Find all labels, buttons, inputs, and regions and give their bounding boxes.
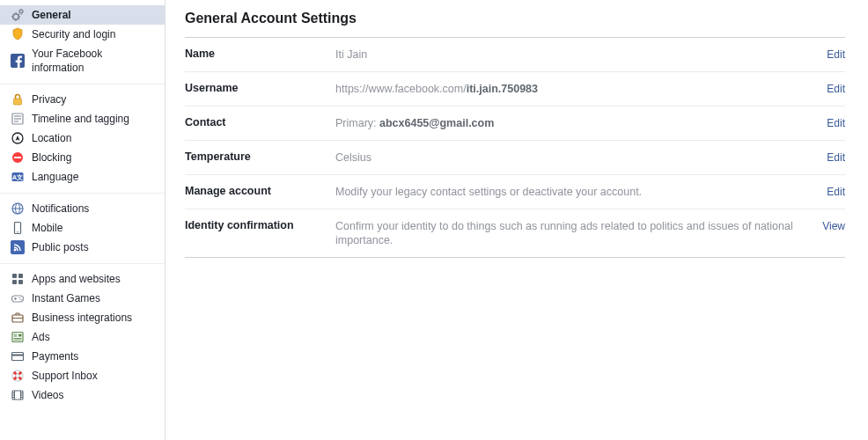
svg-rect-3 [14, 99, 22, 105]
row-value: Iti Jain [335, 48, 827, 62]
contact-email: abcx6455@gmail.com [379, 117, 494, 129]
svg-rect-23 [18, 280, 23, 284]
nav-label: Location [32, 131, 156, 145]
edit-link-temperature[interactable]: Edit [827, 150, 845, 164]
nav-label: Instant Games [32, 291, 156, 305]
nav-item-payments[interactable]: Payments [0, 347, 165, 366]
lifering-icon [11, 369, 25, 383]
svg-rect-24 [12, 296, 24, 302]
svg-point-38 [16, 374, 20, 378]
nav-label: Language [32, 170, 156, 184]
svg-text:A文: A文 [12, 173, 23, 181]
edit-link-username[interactable]: Edit [827, 82, 845, 95]
nav-item-support[interactable]: Support Inbox [0, 366, 165, 385]
page-title: General Account Settings [185, 11, 845, 26]
nav-item-mobile[interactable]: Mobile [0, 218, 165, 238]
nav-label: Your Facebook information [32, 47, 156, 75]
row-identity: Identity confirmation Confirm your ident… [185, 209, 845, 258]
blocking-icon [11, 150, 25, 165]
film-icon [11, 388, 25, 402]
svg-rect-21 [18, 274, 23, 278]
nav-item-business[interactable]: Business integrations [0, 308, 165, 327]
svg-point-25 [19, 297, 21, 299]
row-username: Username https://www.facebook.com/iti.ja… [185, 72, 845, 106]
nav-item-ads[interactable]: Ads [0, 327, 165, 347]
nav-item-blocking[interactable]: Blocking [0, 148, 165, 167]
nav-item-notifications[interactable]: Notifications [0, 199, 165, 218]
nav-label: Privacy [32, 92, 156, 106]
nav-label: Business integrations [32, 311, 156, 325]
settings-table: Name Iti Jain Edit Username https://www.… [185, 37, 845, 258]
nav-item-general[interactable]: General [0, 5, 165, 25]
shield-icon [11, 27, 25, 41]
mobile-icon [11, 221, 25, 235]
nav-item-security[interactable]: Security and login [0, 25, 165, 44]
nav-item-your-info[interactable]: Your Facebook information [0, 44, 165, 77]
briefcase-icon [11, 311, 25, 325]
svg-point-19 [14, 249, 17, 252]
row-label: Manage account [185, 185, 335, 197]
rss-icon [11, 240, 25, 254]
nav-label: Support Inbox [32, 369, 156, 383]
nav-item-language[interactable]: A文 Language [0, 167, 165, 187]
gears-icon [11, 8, 25, 22]
ads-icon [11, 330, 25, 344]
nav-group-2: Privacy Timeline and tagging Location Bl… [0, 84, 165, 190]
nav-label: Notifications [32, 202, 156, 216]
language-icon: A文 [11, 170, 25, 184]
nav-item-apps[interactable]: Apps and websites [0, 269, 165, 289]
view-link-identity[interactable]: View [822, 219, 845, 232]
nav-group-3: Notifications Mobile Public posts [0, 193, 165, 260]
svg-rect-18 [11, 240, 25, 254]
svg-rect-36 [12, 355, 24, 356]
nav-item-timeline[interactable]: Timeline and tagging [0, 109, 165, 128]
svg-rect-29 [12, 333, 23, 342]
nav-item-instant-games[interactable]: Instant Games [0, 289, 165, 308]
row-label: Contact [185, 116, 335, 128]
nav-group-4: Apps and websites Instant Games Business… [0, 263, 165, 408]
location-icon [11, 131, 25, 145]
username-prefix: https://www.facebook.com/ [335, 83, 467, 95]
edit-link-contact[interactable]: Edit [827, 116, 845, 129]
row-value: Confirm your identity to do things such … [335, 219, 822, 247]
nav-item-location[interactable]: Location [0, 128, 165, 148]
nav-label: Public posts [32, 240, 156, 254]
lock-icon [11, 92, 25, 106]
svg-rect-20 [12, 274, 17, 278]
nav-item-public-posts[interactable]: Public posts [0, 238, 165, 257]
svg-rect-22 [12, 280, 17, 284]
nav-label: Videos [32, 388, 156, 402]
apps-icon [11, 272, 25, 286]
nav-label: Blocking [32, 150, 156, 165]
facebook-f-icon [11, 54, 25, 68]
row-label: Identity confirmation [185, 219, 335, 231]
nav-label: General [32, 8, 156, 22]
edit-link-name[interactable]: Edit [827, 48, 845, 61]
row-temperature: Temperature Celsius Edit [185, 141, 845, 175]
row-manage-account: Manage account Modify your legacy contac… [185, 175, 845, 209]
username-slug: iti.jain.750983 [467, 83, 538, 95]
row-value: Primary: abcx6455@gmail.com [335, 116, 827, 130]
edit-link-manage[interactable]: Edit [827, 185, 845, 198]
nav-item-videos[interactable]: Videos [0, 385, 165, 405]
nav-group-1: General Security and login Your Facebook… [0, 2, 165, 81]
nav-label: Timeline and tagging [32, 112, 156, 126]
timeline-icon [11, 112, 25, 126]
nav-item-privacy[interactable]: Privacy [0, 90, 165, 109]
row-value: Celsius [335, 150, 827, 165]
svg-rect-30 [18, 334, 22, 337]
settings-sidebar: General Security and login Your Facebook… [0, 0, 166, 440]
row-value: https://www.facebook.com/iti.jain.750983 [335, 82, 827, 96]
svg-point-26 [20, 299, 22, 301]
contact-primary-label: Primary: [335, 117, 379, 129]
nav-label: Mobile [32, 221, 156, 235]
row-label: Temperature [185, 150, 335, 163]
row-label: Username [185, 82, 335, 94]
nav-label: Ads [32, 330, 156, 344]
row-label: Name [185, 48, 335, 60]
nav-label: Apps and websites [32, 272, 156, 286]
gamepad-icon [11, 291, 25, 305]
nav-label: Security and login [32, 27, 156, 41]
globe-icon [11, 202, 25, 216]
row-value: Modify your legacy contact settings or d… [335, 185, 827, 199]
